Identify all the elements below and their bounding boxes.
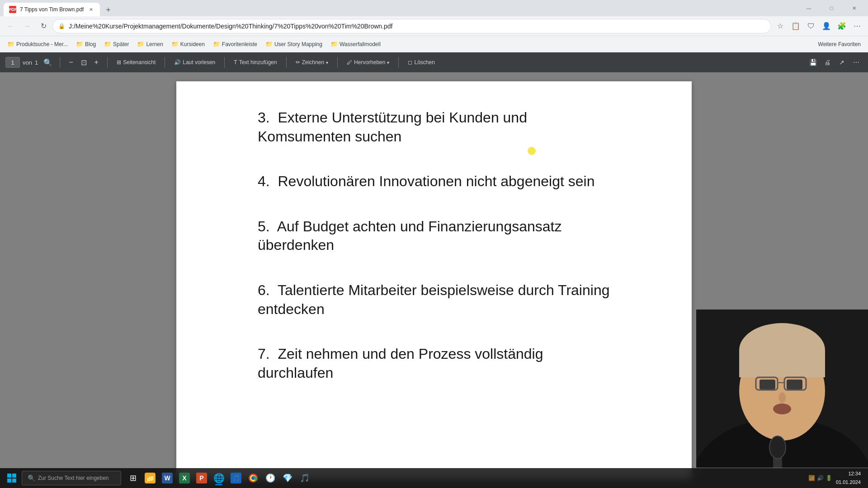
bookmark-kursideen[interactable]: 📁 Kursideen <box>168 39 208 49</box>
favorites-button[interactable]: ☆ <box>773 19 788 33</box>
maximize-button[interactable]: □ <box>821 1 842 15</box>
pdf-page: 3. Externe Unterstützung bei Kunden und … <box>176 81 692 479</box>
bookmark-spaeter[interactable]: 📁 Später <box>100 39 132 49</box>
item-text-3: Externe Unterstützung bei Kunden und Kom… <box>258 109 527 145</box>
lock-icon: 🔒 <box>58 23 65 29</box>
svg-point-12 <box>773 404 791 414</box>
forward-button[interactable]: → <box>20 19 34 33</box>
folder-icon: 📁 <box>76 41 83 47</box>
share-icon-button[interactable]: ↗ <box>835 56 848 69</box>
browser-essentials-button[interactable]: 🛡 <box>804 19 818 33</box>
taskbar-unknown-2[interactable]: 💎 <box>279 470 296 486</box>
clock-display[interactable]: 12:34 01.01.2024 <box>836 470 861 486</box>
svg-rect-15 <box>7 474 11 478</box>
taskbar-unknown-1[interactable]: 🎵 <box>228 470 244 486</box>
folder-icon: 📁 <box>171 41 179 47</box>
taskbar-word[interactable]: W <box>159 470 175 486</box>
browser-frame: PDF 7 Tipps von Tim Brown.pdf ✕ + — □ ✕ … <box>0 0 868 488</box>
highlight-button[interactable]: 🖊 Hervorheben ▾ <box>343 57 393 67</box>
clock-icon: 🕐 <box>265 473 276 483</box>
battery-icon[interactable]: 🔋 <box>826 475 832 481</box>
webcam-overlay <box>696 310 868 468</box>
title-bar: PDF 7 Tipps von Tim Brown.pdf ✕ + — □ ✕ <box>0 0 868 16</box>
close-button[interactable]: ✕ <box>844 1 864 15</box>
page-separator: von <box>23 59 32 66</box>
volume-icon[interactable]: 🔊 <box>817 475 824 481</box>
bookmark-blog[interactable]: 📁 Blog <box>72 39 99 49</box>
toolbar-separator-7 <box>398 57 399 68</box>
list-item-5: 5. Auf Budget achten und Finanzierungsan… <box>258 217 610 255</box>
profile-button[interactable]: 👤 <box>819 19 834 33</box>
taskbar-clock-app[interactable]: 🕐 <box>262 470 278 486</box>
pdf-toolbar: von 1 🔍 − ⊡ + ⊞ Seitenansicht 🔊 Laut vor… <box>0 52 868 72</box>
page-view-icon: ⊞ <box>117 59 121 66</box>
taskbar-excel[interactable]: X <box>176 470 193 486</box>
taskbar-pinned-icons: ⊞ 📁 W X P 🌐 🎵 <box>125 470 313 486</box>
settings-button[interactable]: ⋯ <box>850 19 864 33</box>
page-view-button[interactable]: ⊞ Seitenansicht <box>113 57 159 67</box>
pdf-list: 3. Externe Unterstützung bei Kunden und … <box>258 108 610 382</box>
tab-favicon: PDF <box>9 6 16 13</box>
date-display: 01.01.2024 <box>836 479 861 486</box>
bookmark-wasserfallmodell[interactable]: 📁 Wasserfallmodell <box>327 39 384 49</box>
draw-icon: ✏ <box>296 59 300 66</box>
address-bar[interactable]: 🔒 J:/Meine%20Kurse/Projektmanagement/Dok… <box>52 19 771 33</box>
svg-rect-5 <box>739 350 825 377</box>
draw-button[interactable]: ✏ Zeichnen ▾ <box>292 57 332 67</box>
refresh-button[interactable]: ↻ <box>36 19 51 33</box>
add-text-button[interactable]: T Text hinzufügen <box>230 57 280 67</box>
more-tools-button[interactable]: ⋯ <box>850 56 863 69</box>
highlight-icon: 🖊 <box>347 59 352 66</box>
taskbar-unknown-3[interactable]: 🎵 <box>297 470 313 486</box>
print-icon-button[interactable]: 🖨 <box>821 56 834 69</box>
pdf-search-button[interactable]: 🔍 <box>42 56 54 69</box>
windows-start-button[interactable] <box>4 470 20 486</box>
svg-rect-18 <box>12 479 16 483</box>
erase-icon: ◻ <box>408 59 412 66</box>
read-aloud-button[interactable]: 🔊 Laut vorlesen <box>170 57 219 67</box>
zoom-out-button[interactable]: − <box>66 57 76 68</box>
active-tab[interactable]: PDF 7 Tipps von Tim Brown.pdf ✕ <box>4 3 100 16</box>
taskbar-edge[interactable]: 🌐 <box>211 470 227 486</box>
erase-button[interactable]: ◻ Löschen <box>404 57 438 67</box>
taskbar-powerpoint[interactable]: P <box>193 470 210 486</box>
taskbar: 🔍 Zur Suche Text hier eingeben ⊞ 📁 W X P… <box>0 468 868 488</box>
taskbar-chrome[interactable] <box>245 470 261 486</box>
bookmark-favoritenleiste[interactable]: 📁 Favoritenleiste <box>209 39 261 49</box>
system-icons: 📶 🔊 🔋 <box>808 475 832 481</box>
bookmark-lernen[interactable]: 📁 Lernen <box>133 39 166 49</box>
network-icon[interactable]: 📶 <box>808 475 815 481</box>
word-icon: W <box>162 473 173 483</box>
page-number-input[interactable] <box>5 57 20 68</box>
extensions-button[interactable]: 🧩 <box>835 19 849 33</box>
list-item-4: 4. Revolutionären Innovationen nicht abg… <box>258 172 610 191</box>
back-button[interactable]: ← <box>4 19 18 33</box>
collections-button[interactable]: 📋 <box>788 19 803 33</box>
folder-icon: 📁 <box>213 41 220 47</box>
item-number-4: 4. <box>258 173 278 189</box>
powerpoint-icon: P <box>196 473 207 483</box>
fit-page-button[interactable]: ⊡ <box>78 57 89 68</box>
save-icon-button[interactable]: 💾 <box>807 56 819 69</box>
bookmark-produktsuche[interactable]: 📁 Produktsuche - Mer... <box>4 39 71 49</box>
folder-icon: 📁 <box>104 41 111 47</box>
taskbar-file-explorer[interactable]: 📁 <box>142 470 158 486</box>
tab-close-button[interactable]: ✕ <box>87 6 94 13</box>
minimize-button[interactable]: — <box>798 1 819 15</box>
item-text-7: Zeit nehmen und den Prozess vollständig … <box>258 346 543 381</box>
new-tab-button[interactable]: + <box>102 4 114 16</box>
svg-rect-6 <box>760 380 775 389</box>
zoom-in-button[interactable]: + <box>91 57 102 68</box>
toolbar-separator-3 <box>165 57 165 68</box>
more-bookmarks-button[interactable]: Weitere Favoriten <box>815 39 864 49</box>
svg-point-14 <box>769 436 786 459</box>
item-text-5: Auf Budget achten und Finanzierungsansat… <box>258 218 561 253</box>
toolbar-separator <box>60 57 60 68</box>
taskbar-search-bar[interactable]: 🔍 Zur Suche Text hier eingeben <box>22 471 121 485</box>
zoom-controls: − ⊡ + <box>66 57 102 68</box>
draw-caret: ▾ <box>326 60 328 65</box>
bookmark-user-story-mapping[interactable]: 📁 User Story Mapping <box>262 39 326 49</box>
nav-actions: ☆ 📋 🛡 👤 🧩 ⋯ <box>773 19 864 33</box>
toolbar-right-actions: 💾 🖨 ↗ ⋯ <box>807 56 863 69</box>
taskbar-task-view[interactable]: ⊞ <box>125 470 141 486</box>
